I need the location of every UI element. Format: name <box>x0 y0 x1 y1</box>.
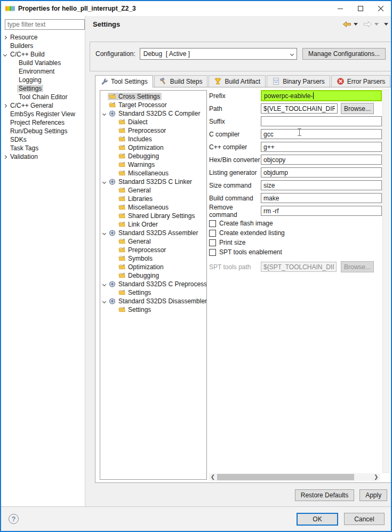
build-command-field[interactable] <box>261 193 382 203</box>
forward-arrow-icon[interactable] <box>363 21 372 28</box>
tool-tree-item-preprocessor[interactable]: Preprocessor <box>100 246 206 254</box>
manage-configurations-button[interactable]: Manage Configurations... <box>302 48 386 60</box>
print-size-checkbox-row[interactable]: Print size <box>209 238 382 247</box>
sidebar-item-settings[interactable]: Settings <box>1 84 85 93</box>
sidebar-item-logging[interactable]: Logging <box>1 76 85 84</box>
cancel-button[interactable]: Cancel <box>344 513 385 525</box>
minimize-icon[interactable] <box>330 1 350 16</box>
spt-tools-enablement-checkbox-row[interactable]: SPT tools enablement <box>209 247 382 257</box>
c-compiler-field[interactable] <box>261 129 382 139</box>
filter-input[interactable] <box>5 19 85 30</box>
suffix-field[interactable] <box>261 116 382 126</box>
settings-folder-icon <box>118 204 126 211</box>
tab-tool-settings[interactable]: Tool Settings <box>95 75 153 87</box>
tool-tree-item-preprocessor[interactable]: Preprocessor <box>100 126 206 135</box>
chevron-down-icon[interactable] <box>100 181 108 183</box>
tab-binary-parsers[interactable]: 010101Binary Parsers <box>267 75 330 87</box>
tool-tree-item-settings[interactable]: Settings <box>100 305 206 314</box>
print-size-checkbox[interactable] <box>209 239 216 246</box>
tool-tree-item-debugging[interactable]: Debugging <box>100 152 206 160</box>
sidebar-item-task-tags[interactable]: Task Tags <box>1 144 85 152</box>
hex-bin-converter-field[interactable] <box>261 155 382 165</box>
tool-tree-item-target-processor[interactable]: Target Processor <box>100 101 206 109</box>
sidebar-item-build-variables[interactable]: Build Variables <box>1 59 85 67</box>
sidebar-item-embsys-register-view[interactable]: EmbSys Register View <box>1 110 85 118</box>
sidebar-item-tool-chain-editor[interactable]: Tool Chain Editor <box>1 93 85 101</box>
chevron-down-icon[interactable] <box>100 300 108 303</box>
size-command-field[interactable] <box>261 180 382 190</box>
tab-error-parsers[interactable]: Error Parsers <box>331 75 390 87</box>
maximize-icon[interactable] <box>350 1 371 16</box>
sidebar-item-c-c-general[interactable]: C/C++ General <box>1 101 85 110</box>
vertical-scrollbar[interactable] <box>382 90 389 473</box>
scroll-right-icon[interactable]: ❯ <box>372 473 380 481</box>
tool-tree-item-debugging[interactable]: Debugging <box>100 271 206 280</box>
tool-tree-item-link-order[interactable]: Link Order <box>100 220 206 229</box>
create-extended-listing-checkbox-row[interactable]: Create extended listing <box>209 228 382 238</box>
create-flash-image-checkbox[interactable] <box>209 220 216 227</box>
forward-history-dropdown-icon[interactable] <box>374 23 379 26</box>
c-compiler-field[interactable] <box>261 142 382 152</box>
configuration-dropdown[interactable]: Debug [ Active ] <box>140 48 297 60</box>
tool-tree-item-standard-s32ds-disassembler[interactable]: Standard S32DS Disassembler <box>100 297 206 305</box>
tool-tree-item-miscellaneous[interactable]: Miscellaneous <box>100 203 206 212</box>
path-field[interactable] <box>261 103 338 114</box>
tool-tree-item-cross-settings[interactable]: Cross Settings <box>100 92 206 101</box>
sidebar-item-builders[interactable]: Builders <box>1 42 85 50</box>
sidebar-item-run-debug-settings[interactable]: Run/Debug Settings <box>1 127 85 135</box>
sidebar-item-project-references[interactable]: Project References <box>1 118 85 127</box>
tool-tree-item-optimization[interactable]: Optimization <box>100 143 206 152</box>
tool-tree-item-label: Settings <box>128 306 151 313</box>
scrollbar-thumb[interactable] <box>217 474 354 480</box>
tool-tree-item-dialect[interactable]: Dialect <box>100 118 206 126</box>
scrollbar-track[interactable] <box>217 473 372 481</box>
tool-tree-item-general[interactable]: General <box>100 237 206 246</box>
chevron-down-icon[interactable] <box>100 283 108 286</box>
tool-tree-item-standard-s32ds-c-linker[interactable]: Standard S32DS C Linker <box>100 178 206 186</box>
restore-defaults-button[interactable]: Restore Defaults <box>295 489 354 501</box>
close-icon[interactable] <box>371 1 391 16</box>
tool-tree-item-warnings[interactable]: Warnings <box>100 160 206 169</box>
sidebar-item-label: C/C++ General <box>9 102 55 109</box>
apply-button[interactable]: Apply <box>359 489 387 501</box>
back-history-dropdown-icon[interactable] <box>354 23 358 26</box>
chevron-right-icon[interactable] <box>1 36 9 39</box>
chevron-right-icon[interactable] <box>1 104 9 107</box>
spt-tools-enablement-checkbox[interactable] <box>209 249 216 256</box>
help-button[interactable]: ? <box>9 514 19 524</box>
tool-tree-item-shared-library-settings[interactable]: Shared Library Settings <box>100 212 206 220</box>
sidebar-item-validation[interactable]: Validation <box>1 152 85 161</box>
tool-tree-item-includes[interactable]: Includes <box>100 135 206 143</box>
sidebar-item-sdks[interactable]: SDKs <box>1 135 85 144</box>
listing-generator-field[interactable] <box>261 167 382 178</box>
chevron-down-icon[interactable] <box>100 232 108 235</box>
path-browse-button[interactable]: Browse... <box>341 103 374 114</box>
tool-tree-item-symbols[interactable]: Symbols <box>100 254 206 263</box>
view-menu-icon[interactable] <box>384 23 388 26</box>
sidebar-item-resource[interactable]: Resource <box>1 33 85 42</box>
create-flash-image-checkbox-row[interactable]: Create flash image <box>209 219 382 228</box>
sidebar-item-c-c-build[interactable]: C/C++ Build <box>1 50 85 59</box>
horizontal-scrollbar[interactable]: ❮ ❯ <box>209 473 380 481</box>
remove-command-field[interactable] <box>261 206 382 216</box>
build-command-label: Build command <box>209 195 261 202</box>
tool-tree-item-libraries[interactable]: Libraries <box>100 195 206 203</box>
create-extended-listing-checkbox[interactable] <box>209 230 216 237</box>
tool-tree-item-standard-s32ds-assembler[interactable]: Standard S32DS Assembler <box>100 229 206 237</box>
tab-build-artifact[interactable]: Build Artifact <box>209 75 266 87</box>
tool-tree-item-standard-s32ds-c-compiler[interactable]: Standard S32DS C Compiler <box>100 109 206 118</box>
chevron-down-icon[interactable] <box>1 53 9 56</box>
chevron-right-icon[interactable] <box>1 156 9 158</box>
tool-tree-item-optimization[interactable]: Optimization <box>100 263 206 271</box>
tool-tree-item-standard-s32ds-c-preprocessor[interactable]: Standard S32DS C Preprocessor <box>100 280 206 288</box>
tab-build-steps[interactable]: Build Steps <box>154 75 208 87</box>
tool-tree-item-general[interactable]: General <box>100 186 206 195</box>
tool-tree-item-miscellaneous[interactable]: Miscellaneous <box>100 169 206 178</box>
chevron-down-icon[interactable] <box>100 112 108 115</box>
sidebar-item-environment[interactable]: Environment <box>1 67 85 76</box>
prefix-field[interactable]: powerpc-eabivle- <box>261 90 382 101</box>
scroll-left-icon[interactable]: ❮ <box>209 473 217 481</box>
back-arrow-icon[interactable] <box>342 21 351 28</box>
ok-button[interactable]: OK <box>297 513 338 526</box>
tool-tree-item-settings[interactable]: Settings <box>100 288 206 297</box>
